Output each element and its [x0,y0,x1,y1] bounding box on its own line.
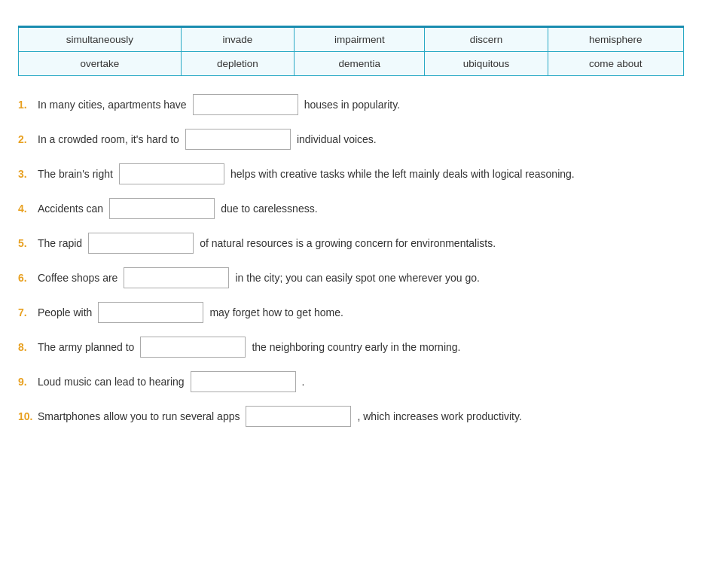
question-text-after: . [302,373,305,390]
question-number: 2. [18,131,35,148]
answer-input-3[interactable] [119,163,224,184]
answer-input-4[interactable] [109,198,215,219]
question-text-before: The army planned to [38,339,134,355]
question-number: 10. [18,408,35,425]
answer-input-1[interactable] [193,94,298,115]
question-text-after: individual voices. [297,131,377,148]
word-box-cell: come about [548,52,683,76]
answer-input-10[interactable] [246,406,351,427]
word-box-cell: simultaneously [19,27,182,52]
question-text-before: People with [38,304,92,321]
question-text-before: In many cities, apartments have [38,96,187,113]
question-number: 7. [18,304,35,321]
question-number: 8. [18,339,35,355]
question-text-after: , which increases work productivity. [357,408,521,425]
answer-input-8[interactable] [140,337,246,358]
question-number: 9. [18,373,35,390]
question-text-after: may forget how to get home. [209,304,343,321]
answer-input-5[interactable] [88,233,194,254]
answer-input-6[interactable] [124,267,229,288]
question-number: 4. [18,200,35,217]
question-block: 10. Smartphones allow you to run several… [18,406,684,427]
question-number: 5. [18,235,35,251]
word-box-cell: discern [425,27,548,52]
question-text-before: Smartphones allow you to run several app… [38,408,240,425]
question-block: 1. In many cities, apartments have house… [18,94,684,115]
question-text-before: Coffee shops are [38,270,118,286]
question-block: 6. Coffee shops are in the city; you can… [18,267,684,288]
question-text-after: in the city; you can easily spot one whe… [235,270,480,286]
question-text-after: of natural resources is a growing concer… [200,235,496,251]
word-box-cell: depletion [181,52,295,76]
question-number: 1. [18,96,35,113]
question-text-before: Accidents can [38,200,103,217]
question-block: 2. In a crowded room, it's hard to indiv… [18,129,684,150]
word-box-cell: invade [181,27,295,52]
question-block: 4. Accidents can due to carelessness. [18,198,684,219]
question-number: 3. [18,166,35,182]
word-box-cell: ubiquitous [425,52,548,76]
answer-input-7[interactable] [98,302,203,323]
word-box-cell: impairment [295,27,425,52]
question-block: 7. People with may forget how to get hom… [18,302,684,323]
answer-input-9[interactable] [191,371,296,392]
question-block: 5. The rapid of natural resources is a g… [18,233,684,254]
answer-input-2[interactable] [185,129,291,150]
question-text-after: due to carelessness. [221,200,317,217]
question-text-before: The rapid [38,235,82,251]
word-box-cell: overtake [19,52,182,76]
question-block: 8. The army planned to the neighboring c… [18,337,684,358]
question-number: 6. [18,270,35,286]
question-block: 3. The brain's right helps with creative… [18,163,684,184]
question-block: 9. Loud music can lead to hearing . [18,371,684,392]
question-text-after: the neighboring country early in the mor… [252,339,460,355]
question-text-after: houses in popularity. [304,96,400,113]
word-box-cell: hemisphere [548,27,683,52]
word-box-cell: dementia [295,52,425,76]
word-box-table: simultaneouslyinvadeimpairmentdiscernhem… [18,26,684,76]
question-text-before: The brain's right [38,166,113,182]
question-text-before: In a crowded room, it's hard to [38,131,179,148]
question-text-after: helps with creative tasks while the left… [230,166,575,182]
question-text-before: Loud music can lead to hearing [38,373,185,390]
